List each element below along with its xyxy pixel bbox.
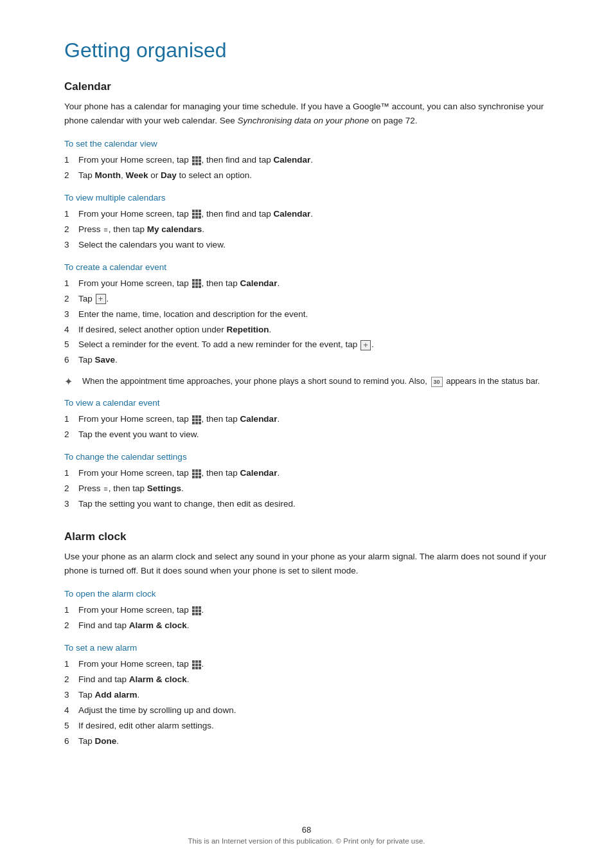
page-number: 68 [0,825,613,835]
list-item: 3 Tap Add alarm. [64,689,549,702]
list-item: 1 From your Home screen, tap , then find… [64,208,549,221]
change-calendar-settings-list: 1 From your Home screen, tap , then tap … [64,467,549,511]
calendar-intro-end: on page 72. [369,116,417,125]
list-item: 3 Enter the name, time, location and des… [64,308,549,321]
change-calendar-settings-block: To change the calendar settings 1 From y… [64,452,549,511]
create-calendar-event-title: To create a calendar event [64,262,549,272]
grid-icon [192,606,201,615]
open-alarm-clock-title: To open the alarm clock [64,589,549,599]
set-new-alarm-title: To set a new alarm [64,643,549,653]
view-calendar-event-block: To view a calendar event 1 From your Hom… [64,398,549,442]
alarm-section: Alarm clock Use your phone as an alarm c… [64,530,549,748]
list-item: 3 Tap the setting you want to change, th… [64,498,549,511]
calendar-heading: Calendar [64,80,549,93]
create-calendar-event-list: 1 From your Home screen, tap , then tap … [64,277,549,368]
set-calendar-view-block: To set the calendar view 1 From your Hom… [64,139,549,183]
footer-note: This is an Internet version of this publ… [0,837,613,845]
list-item: 4 Adjust the time by scrolling up and do… [64,704,549,718]
view-calendar-event-list: 1 From your Home screen, tap , then tap … [64,413,549,442]
grid-icon [192,210,201,219]
page-footer: 68 This is an Internet version of this p… [0,825,613,845]
plus-icon: + [96,294,106,304]
view-multiple-calendars-title: To view multiple calendars [64,193,549,203]
list-item: 2 Tap the event you want to view. [64,428,549,442]
page-title: Getting organised [64,39,549,62]
list-item: 2 Press ≡, then tap Settings. [64,482,549,496]
grid-icon [192,469,201,478]
set-calendar-view-list: 1 From your Home screen, tap , then find… [64,154,549,183]
view-multiple-calendars-block: To view multiple calendars 1 From your H… [64,193,549,252]
list-item: 1 From your Home screen, tap , then tap … [64,277,549,291]
list-item: 2 Find and tap Alarm & clock. [64,673,549,687]
tip-text: When the appointment time approaches, yo… [82,375,540,388]
open-alarm-clock-block: To open the alarm clock 1 From your Home… [64,589,549,633]
change-calendar-settings-title: To change the calendar settings [64,452,549,462]
list-item: 2 Tap Month, Week or Day to select an op… [64,169,549,183]
list-item: 1 From your Home screen, tap , then tap … [64,467,549,480]
list-item: 5 Select a reminder for the event. To ad… [64,338,549,352]
open-alarm-clock-list: 1 From your Home screen, tap . 2 Find an… [64,604,549,633]
grid-icon [192,415,201,424]
calendar-intro: Your phone has a calendar for managing y… [64,100,549,127]
list-item: 1 From your Home screen, tap . [64,604,549,617]
view-calendar-event-title: To view a calendar event [64,398,549,408]
view-multiple-calendars-list: 1 From your Home screen, tap , then find… [64,208,549,252]
alarm-intro: Use your phone as an alarm clock and sel… [64,550,549,577]
grid-icon [192,660,201,669]
list-item: 2 Find and tap Alarm & clock. [64,619,549,633]
page-content: Getting organised Calendar Your phone ha… [0,0,613,805]
set-new-alarm-block: To set a new alarm 1 From your Home scre… [64,643,549,748]
menu-icon: ≡ [103,224,107,235]
create-calendar-event-block: To create a calendar event 1 From your H… [64,262,549,388]
menu-icon: ≡ [103,484,107,494]
grid-icon [192,156,201,165]
grid-icon [192,279,201,288]
list-item: 2 Tap +. [64,293,549,306]
set-new-alarm-list: 1 From your Home screen, tap . 2 Find an… [64,658,549,748]
tip-block: ✦ When the appointment time approaches, … [64,375,549,388]
list-item: 6 Tap Done. [64,735,549,748]
list-item: 1 From your Home screen, tap , then tap … [64,413,549,426]
alarm-heading: Alarm clock [64,530,549,543]
list-item: 2 Press ≡, then tap My calendars. [64,223,549,237]
list-item: 3 Select the calendars you want to view. [64,239,549,252]
calendar-intro-link: Synchronising data on your phone [237,116,369,125]
list-item: 4 If desired, select another option unde… [64,323,549,337]
list-item: 1 From your Home screen, tap , then find… [64,154,549,167]
calendar-section: Calendar Your phone has a calendar for m… [64,80,549,511]
plus-icon: + [360,340,371,350]
list-item: 6 Tap Save. [64,354,549,367]
tip-icon: ✦ [64,375,77,388]
calendar-status-icon: 30 [431,377,443,387]
set-calendar-view-title: To set the calendar view [64,139,549,149]
list-item: 1 From your Home screen, tap . [64,658,549,671]
list-item: 5 If desired, edit other alarm settings. [64,719,549,733]
